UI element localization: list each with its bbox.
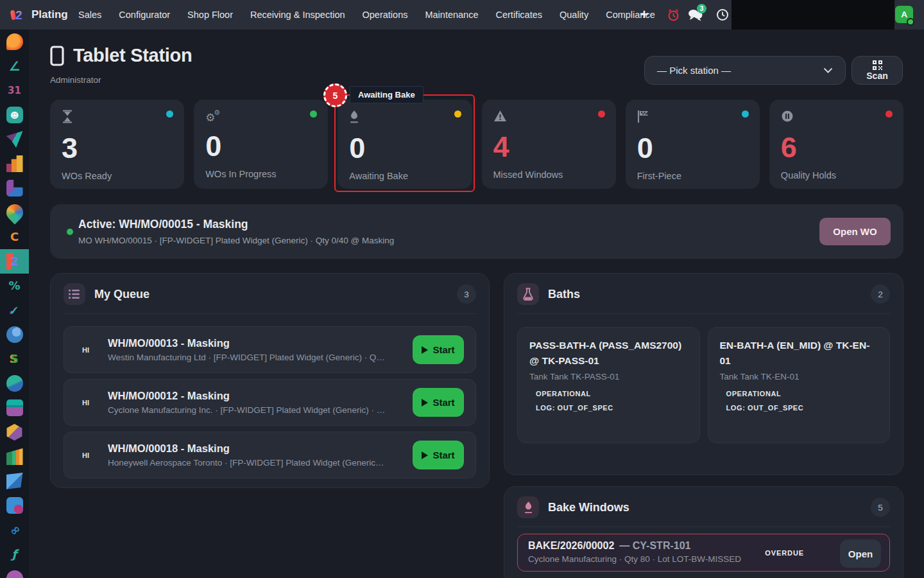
online-status-dot <box>907 18 914 26</box>
spreadsheet-app-icon[interactable] <box>0 152 29 176</box>
scan-button[interactable]: Scan <box>851 56 903 85</box>
queue-item[interactable]: HI WH/MO/00012 - Masking Cyclone Manufac… <box>64 379 476 426</box>
calendar-app-icon[interactable]: 31 <box>0 78 29 103</box>
nav-item-configurator[interactable]: Configurator <box>119 10 170 20</box>
stat-card-quality-holds[interactable]: 6 Quality Holds <box>769 100 903 189</box>
plating-logo-icon: 2 <box>9 6 26 23</box>
som-badge-5: 5 <box>323 83 347 107</box>
stat-label: Quality Holds <box>781 170 892 180</box>
marketing-app-icon[interactable]: C <box>0 225 29 249</box>
links-app-icon[interactable]: ∞ <box>0 518 29 542</box>
payroll-app-icon[interactable] <box>0 396 29 420</box>
bath-status-badge: OPERATIONAL <box>529 390 688 398</box>
sign-app-icon[interactable]: ƒ <box>0 542 29 566</box>
presentation-app-icon[interactable] <box>0 469 29 493</box>
messages-icon[interactable]: 3 <box>686 0 704 30</box>
dashboards-app-icon[interactable] <box>0 176 29 200</box>
subscriptions-app-icon[interactable]: S <box>0 347 29 371</box>
discuss-app-icon[interactable] <box>0 30 29 54</box>
bath-title: PASS-BATH-A (PASS_AMS2700) @ TK-PASS-01 <box>529 338 688 369</box>
quality-app-app-icon[interactable] <box>0 493 29 518</box>
knowledge-app-icon[interactable]: ∠ <box>0 54 29 78</box>
queue-list-icon <box>64 283 85 305</box>
bake-windows-panel: Bake Windows 5 BAKE/2026/00002— CY-STR-1… <box>504 486 903 578</box>
queue-item-title: WH/MO/00013 - Masking <box>108 337 398 349</box>
bake-flame-icon <box>349 110 359 123</box>
my-queue-count-badge: 3 <box>457 285 476 304</box>
pick-station-select[interactable]: — Pick station — <box>644 56 846 85</box>
accounting-app-icon[interactable] <box>0 444 29 469</box>
app-brand[interactable]: 2 Plating <box>9 0 68 30</box>
bath-tank: Tank Tank TK-PASS-01 <box>529 372 688 381</box>
field-service-app-icon[interactable] <box>0 200 29 225</box>
play-icon <box>422 451 428 459</box>
crm-app-icon[interactable] <box>0 127 29 152</box>
status-dot <box>598 110 605 118</box>
queue-item-subtitle: Cyclone Manufacturing Inc. · [FP-WIDGET]… <box>108 405 398 415</box>
activities-clock-icon[interactable] <box>665 0 681 30</box>
stat-label: First-Piece <box>637 171 748 181</box>
bath-status-badge: OPERATIONAL <box>720 390 878 398</box>
website-app-icon[interactable] <box>0 371 29 396</box>
my-queue-panel: My Queue 3 HI WH/MO/00013 - Masking West… <box>50 273 490 488</box>
open-wo-button[interactable]: Open WO <box>819 218 891 245</box>
tablet-icon <box>50 46 64 66</box>
nav-item-certificates[interactable]: Certificates <box>495 10 542 20</box>
overdue-badge: OVERDUE <box>765 549 804 557</box>
qr-code-icon <box>873 60 882 70</box>
queue-item-subtitle: Westin Manufacturing Ltd · [FP-WIDGET] P… <box>108 353 398 362</box>
bath-card[interactable]: PASS-BATH-A (PASS_AMS2700) @ TK-PASS-01 … <box>517 327 700 443</box>
bath-card[interactable]: EN-BATH-A (EN_MID) @ TK-EN-01 Tank Tank … <box>708 327 891 443</box>
stat-label: Missed Windows <box>493 170 604 180</box>
nav-item-quality[interactable]: Quality <box>560 10 588 20</box>
stat-card-first-piece[interactable]: 0 First-Piece <box>626 100 760 189</box>
nav-item-maintenance[interactable]: Maintenance <box>425 10 478 20</box>
hourglass-icon <box>62 110 73 123</box>
flask-icon <box>517 283 539 305</box>
queue-item[interactable]: HI WH/MO/00018 - Masking Honeywell Aeros… <box>64 432 476 478</box>
stat-card-wos-in-progress[interactable]: ⚙⚙ 0 WOs In Progress <box>194 100 328 189</box>
nav-item-receiving-inspection[interactable]: Receiving & Inspection <box>250 10 345 20</box>
status-dot <box>310 110 317 118</box>
pick-station-value: — Pick station — <box>657 65 731 76</box>
queue-item-subtitle: Honeywell Aerospace Toronto · [FP-WIDGET… <box>108 458 398 468</box>
nav-item-sales[interactable]: Sales <box>78 10 101 20</box>
stat-label: WOs In Progress <box>205 169 316 179</box>
stat-card-wos-ready[interactable]: 3 WOs Ready <box>50 100 184 189</box>
kpi-row: 3 WOs Ready ⚙⚙ 0 WOs In Progress 0 Await… <box>50 100 903 189</box>
start-button[interactable]: Start <box>413 388 464 417</box>
bake-window-item[interactable]: BAKE/2026/00002— CY-STR-101 Cyclone Manu… <box>517 534 890 572</box>
svg-text:2: 2 <box>15 8 22 22</box>
nav-item-operations[interactable]: Operations <box>363 10 408 20</box>
contacts-app-icon[interactable]: ☻ <box>0 103 29 127</box>
scan-label: Scan <box>866 71 887 81</box>
top-navbar: 2 Plating Sales Configurator Shop Floor … <box>0 0 924 30</box>
nav-dark-panel <box>732 0 894 30</box>
gears-icon: ⚙⚙ <box>205 110 219 124</box>
todo-app-icon[interactable]: ✓ <box>0 298 29 322</box>
start-button[interactable]: Start <box>413 335 464 364</box>
start-button[interactable]: Start <box>413 441 464 469</box>
stat-card-awaiting-bake[interactable]: 0 Awaiting Bake <box>338 100 472 189</box>
apps-more-app-icon[interactable] <box>0 566 29 578</box>
baths-count-badge: 2 <box>871 285 890 304</box>
queue-item[interactable]: HI WH/MO/00013 - Masking Westin Manufact… <box>64 326 476 373</box>
inventory-app-icon[interactable] <box>0 420 29 444</box>
app-sidebar: ∠31☻C2%✓S∞ƒ <box>0 30 29 578</box>
queue-item-title: WH/MO/00018 - Masking <box>108 442 398 455</box>
open-button[interactable]: Open <box>840 539 881 568</box>
active-wo-banner: Active: WH/MO/00015 - Masking MO WH/MO/0… <box>50 204 903 259</box>
status-dot <box>886 110 893 118</box>
timesheets-app-icon[interactable] <box>0 322 29 347</box>
plating-app-icon[interactable]: 2 <box>0 249 29 274</box>
bake-windows-count-badge: 5 <box>871 498 890 517</box>
status-dot <box>166 110 173 118</box>
bake-subtitle: Cyclone Manufacturing · Qty 80 · Lot LOT… <box>528 554 889 564</box>
nav-item-shop-floor[interactable]: Shop Floor <box>187 10 233 20</box>
active-wo-title: Active: WH/MO/00015 - Masking <box>78 218 248 231</box>
stat-card-missed-windows[interactable]: 4 Missed Windows <box>482 100 616 189</box>
add-icon[interactable]: + <box>637 0 651 30</box>
sales-app-app-icon[interactable]: % <box>0 274 29 298</box>
stat-value: 4 <box>493 132 604 161</box>
recent-clock-icon[interactable] <box>715 0 730 30</box>
